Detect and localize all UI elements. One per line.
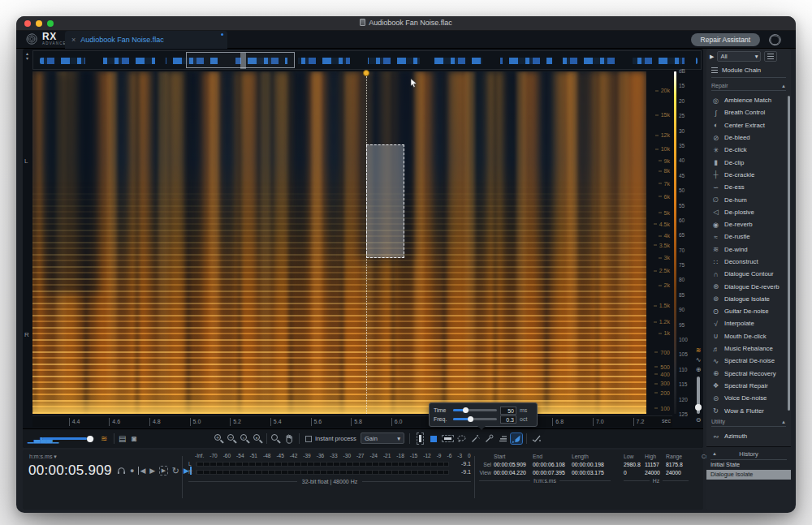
playhead-handle[interactable] [363,70,369,76]
overview-playhead[interactable] [240,53,246,69]
vertical-zoom-slider[interactable] [697,377,700,414]
play-button[interactable]: ▶ [149,467,155,475]
collapse-icon[interactable]: ▲ [781,84,786,88]
overview-expand-icon[interactable]: ▴▾ [24,51,31,61]
record-button[interactable]: ● [130,467,134,475]
module-item[interactable]: ≋ De-wind [709,243,787,256]
sel-end-time[interactable]: 00:00:06.108 [533,462,572,467]
module-item[interactable]: ∫ Breath Control [709,106,787,118]
zoom-fit-icon[interactable]: ▪ [253,434,263,444]
frequency-selection-tool[interactable] [442,433,453,444]
module-item[interactable]: ∪ Mouth De-click [709,330,787,342]
module-item[interactable]: ✳ De-click [709,144,787,156]
brush-time-value[interactable]: 50 [500,407,516,415]
time-format-label[interactable]: h:m:s.ms ▾ [29,454,57,460]
repair-assistant-button[interactable]: Repair Assistant [691,33,760,46]
time-selection-tool[interactable] [414,433,425,444]
module-item[interactable]: ◉ De-reverb [709,218,787,230]
history-item-dialogue-isolate[interactable]: Dialogue Isolate [706,470,791,480]
module-item[interactable]: ∩ Dialogue Contour [709,268,787,280]
lasso-selection-tool[interactable] [456,433,467,444]
zoom-out-vertical-icon[interactable]: ⊖ [696,417,702,424]
module-item[interactable]: ∷ Deconstruct [709,256,787,268]
monitor-headphones-icon[interactable] [117,467,126,475]
playhead-time-display[interactable]: 00:00:05.909 [28,463,112,479]
preview-play-icon[interactable]: ▶ [710,54,714,60]
play-selection-button[interactable]: ▶ [159,466,167,476]
spectrogram-view-icon[interactable]: ≋ [696,347,702,354]
brush-freq-value[interactable]: 0.3 [500,415,516,424]
module-item[interactable]: ♬ Music Rebalance [709,342,787,355]
module-item[interactable]: ∾ Azimuth [709,430,787,442]
peak-value-right[interactable]: -9.1 [451,469,471,475]
clip-list-icon[interactable]: ▤ [119,433,126,444]
de-click-pen-tool[interactable] [531,433,542,444]
sidebar-scrollbar[interactable] [788,96,790,411]
collapse-icon[interactable]: ▲ [781,420,786,424]
view-length-time: 00:00:03.175 [572,470,611,476]
module-item[interactable]: ∅ De-hum [709,193,787,205]
instant-process-checkbox[interactable] [305,436,312,442]
brush-selection-tool[interactable] [511,433,522,444]
time-ruler[interactable]: sec 4.44.64.85.05.25.45.65.86.06.26.46.6… [32,415,672,427]
level-meters[interactable]: -Inf.-70-60-54-51-48-45-42-39-36-33-30-2… [188,453,471,484]
wand-finder-tool[interactable] [483,433,495,444]
music-rebalance-icon: ♬ [711,345,720,353]
spectrogram-canvas[interactable] [32,71,646,414]
sel-range-freq[interactable]: 8175.8 [666,462,689,467]
module-item[interactable]: ⊚ Dialogue Isolate [709,293,787,305]
module-item[interactable]: ʘ Guitar De-noise [709,305,787,317]
sel-low-freq[interactable]: 2980.8 [624,462,645,467]
overview-view-rectangle[interactable] [186,52,295,68]
module-item[interactable]: ∽ De-ess [709,181,787,193]
module-item[interactable]: ⊝ Voice De-noise [709,392,787,404]
module-chain-item[interactable]: Module Chain [711,67,786,78]
utility-section-header[interactable]: Utility▲ [711,419,786,427]
zoom-in-icon[interactable]: + [214,434,224,444]
return-to-start-button[interactable]: ◀ [138,467,145,475]
module-item[interactable]: ◐ Center Extract [709,119,787,131]
module-item[interactable]: ❖ Spectral Repair [709,380,787,392]
module-item[interactable]: ◎ Ambience Match [709,94,787,106]
hand-tool-icon[interactable] [284,434,294,444]
repair-section-header[interactable]: Repair▲ [711,83,786,91]
instant-process-mode-select[interactable]: Gain▾ [361,432,404,444]
module-item[interactable]: ⊛ Dialogue De-reverb [709,280,787,292]
zoom-selection-icon[interactable]: ▫ [240,434,250,444]
module-item[interactable]: √ Interpolate [709,317,787,329]
magic-wand-tool[interactable] [469,433,481,444]
module-item[interactable]: ⊘ De-bleed [709,131,787,144]
monitor-volume-slider[interactable] [42,437,94,440]
module-item[interactable]: ≈ De-rustle [709,230,787,243]
brush-freq-slider[interactable] [453,418,497,420]
waveform-overview[interactable] [32,50,702,70]
history-item-initial-state[interactable]: Initial State [706,460,791,470]
module-item[interactable]: ∿ Spectral De-noise [709,355,787,367]
file-tab[interactable]: × Audiobook Fan Noise.flac [65,31,227,49]
brush-time-slider[interactable] [453,409,497,411]
module-menu-button[interactable] [764,51,777,62]
time-frequency-selection-tool[interactable] [428,433,439,444]
tab-close-icon[interactable]: × [71,36,76,44]
waveform-view-icon[interactable]: ∿ [696,357,702,364]
spectrogram-settings-icon[interactable]: ≋ [101,433,107,444]
module-item[interactable]: ┼ De-crackle [709,169,787,181]
zoom-out-icon[interactable]: − [227,434,237,444]
module-filter-select[interactable]: All▾ [717,51,761,62]
sel-high-freq[interactable]: 11157 [645,462,666,467]
module-item[interactable]: ◁ De-plosive [709,206,787,218]
brush-strength-tool[interactable] [497,433,508,444]
history-collapse-icon[interactable]: ▲ [712,451,717,456]
module-item[interactable]: ↻ Wow & Flutter [709,404,787,416]
magnifier-tool-icon[interactable] [271,434,281,444]
markers-icon[interactable]: ◙ [132,433,136,444]
title-bar[interactable]: Audiobook Fan Noise.flac [16,16,796,31]
spectral-selection-rectangle[interactable] [366,144,404,258]
module-item[interactable]: ⊕ Spectral Recovery [709,368,787,380]
module-item[interactable]: ▮ De-clip [709,156,787,168]
peak-value-left[interactable]: -9.1 [451,461,471,467]
zoom-in-vertical-icon[interactable]: ⊕ [696,367,702,373]
sel-start-time[interactable]: 00:00:05.909 [494,462,533,467]
sel-length-time[interactable]: 00:00:00.198 [572,462,611,467]
loop-button[interactable]: ↻ [172,467,179,475]
